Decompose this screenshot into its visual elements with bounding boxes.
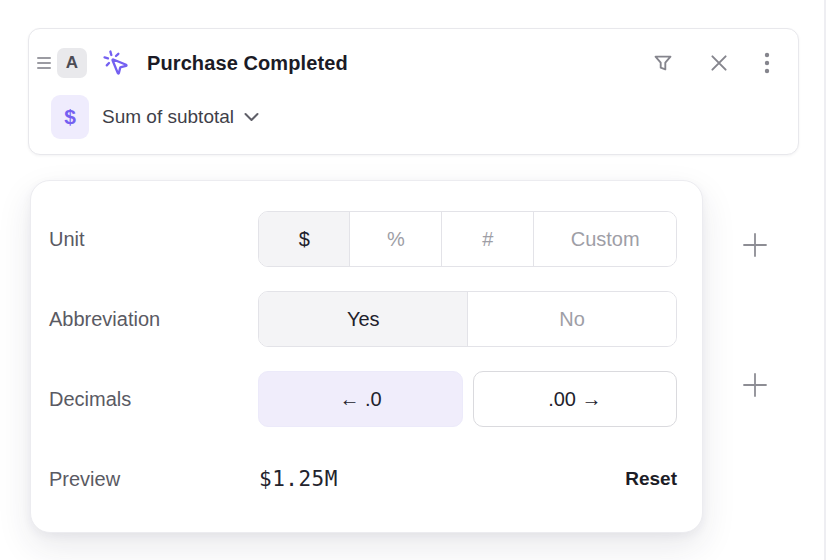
- preview-label: Preview: [49, 468, 259, 491]
- unit-option-dollar[interactable]: $: [259, 212, 349, 266]
- unit-segmented-control: $ % # Custom: [258, 211, 677, 267]
- abbreviation-label: Abbreviation: [49, 308, 258, 331]
- drag-handle-icon[interactable]: [37, 57, 51, 69]
- metric-selector[interactable]: $ Sum of subtotal: [29, 95, 798, 139]
- increase-decimals-button[interactable]: .00 →: [473, 371, 677, 427]
- preview-value: $1.25M: [259, 467, 338, 491]
- abbreviation-option-no[interactable]: No: [467, 292, 676, 346]
- unit-label: Unit: [49, 228, 258, 251]
- add-button-bottom[interactable]: [738, 368, 772, 402]
- abbreviation-segmented-control: Yes No: [258, 291, 677, 347]
- metric-label: Sum of subtotal: [102, 106, 234, 128]
- decimals-controls: ← .0 .00 →: [258, 371, 677, 427]
- reset-button[interactable]: Reset: [625, 468, 677, 490]
- close-icon[interactable]: [708, 52, 730, 74]
- mouse-pointer-click-icon: [101, 48, 131, 78]
- dollar-icon: $: [51, 95, 89, 139]
- unit-option-percent[interactable]: %: [349, 212, 441, 266]
- filter-icon[interactable]: [652, 52, 674, 74]
- unit-option-custom[interactable]: Custom: [533, 212, 676, 266]
- chevron-down-icon: [244, 112, 259, 122]
- add-button-top[interactable]: [738, 228, 772, 262]
- kebab-menu-icon[interactable]: [764, 52, 770, 74]
- event-card: A Purchase Completed: [28, 28, 799, 155]
- decimals-label: Decimals: [49, 388, 258, 411]
- unit-option-number[interactable]: #: [441, 212, 533, 266]
- unit-row: Unit $ % # Custom: [49, 211, 677, 267]
- event-card-header: A Purchase Completed: [29, 45, 798, 81]
- decrease-decimals-button[interactable]: ← .0: [258, 371, 462, 427]
- decimals-row: Decimals ← .0 .00 →: [49, 371, 677, 427]
- event-title[interactable]: Purchase Completed: [147, 52, 348, 75]
- preview-row: Preview $1.25M Reset: [49, 451, 677, 507]
- event-label-badge: A: [57, 48, 87, 78]
- event-header-actions: [652, 52, 770, 74]
- format-panel: Unit $ % # Custom Abbreviation Yes No De…: [30, 180, 703, 533]
- abbreviation-row: Abbreviation Yes No: [49, 291, 677, 347]
- abbreviation-option-yes[interactable]: Yes: [259, 292, 467, 346]
